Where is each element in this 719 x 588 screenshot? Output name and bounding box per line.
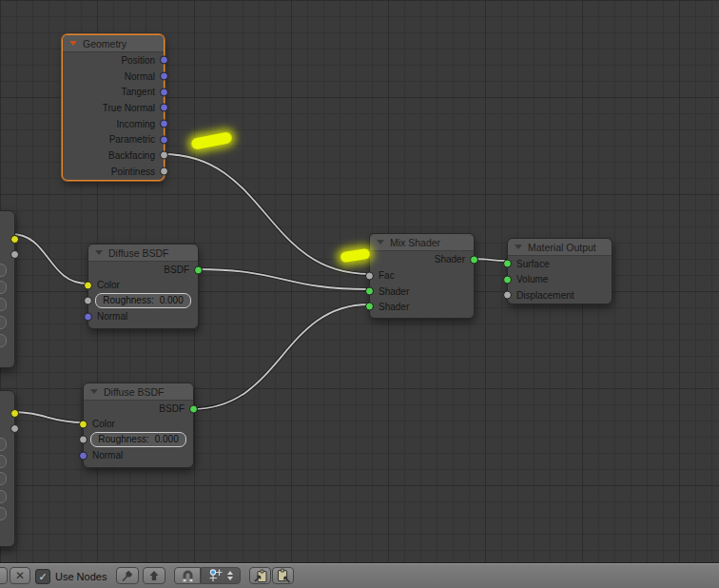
input-row: Volume (508, 272, 612, 288)
roughness-slider[interactable]: Roughness: 0.000 (95, 293, 191, 308)
input-socket[interactable] (365, 287, 374, 296)
output-socket[interactable] (10, 424, 19, 433)
output-row: Normal (63, 69, 164, 85)
node-header[interactable]: Material Output (508, 239, 612, 256)
node-title: Mix Shader (390, 237, 440, 248)
output-row: Parametric (63, 131, 164, 147)
value-slider[interactable] (0, 438, 7, 451)
output-socket[interactable] (189, 404, 198, 413)
snap-target-dropdown[interactable] (201, 567, 241, 584)
go-to-parent-button[interactable] (143, 567, 165, 584)
node-editor: Geometry Position Normal Tangent True No… (0, 0, 719, 588)
node-title: Material Output (528, 242, 596, 253)
input-socket[interactable] (84, 296, 92, 304)
collapse-arrow-icon[interactable] (95, 250, 103, 255)
input-socket[interactable] (84, 281, 92, 289)
output-socket[interactable] (10, 235, 19, 244)
output-socket[interactable] (160, 135, 168, 144)
node-header[interactable]: Mix Shader (370, 234, 474, 251)
node-title: Geometry (83, 38, 126, 49)
value-slider[interactable] (0, 298, 7, 311)
wire-bsdf2-to-shader2[interactable] (192, 304, 369, 409)
input-socket[interactable] (365, 303, 374, 311)
output-row: Backfacing (63, 147, 164, 164)
output-socket[interactable] (160, 151, 168, 160)
collapse-arrow-icon[interactable] (515, 245, 522, 249)
input-socket[interactable] (84, 312, 92, 321)
node-socket-icon (208, 568, 223, 583)
value-slider[interactable] (0, 472, 7, 485)
slider-row: Roughness: 0.000 (84, 431, 193, 447)
clipboard-paste-icon (276, 568, 291, 583)
offscreen-node-2[interactable] (0, 390, 15, 547)
input-row: Color (84, 417, 193, 431)
highlight-mark (190, 131, 232, 150)
output-socket[interactable] (160, 88, 168, 96)
wire-offscreen2-to-diffuse2-color[interactable] (11, 412, 83, 422)
output-socket[interactable] (160, 72, 168, 81)
input-row: Fac (370, 268, 474, 284)
wire-offscreen1-to-diffuse1-color[interactable] (11, 234, 87, 284)
node-title: Diffuse BSDF (104, 386, 164, 398)
node-geometry[interactable]: Geometry Position Normal Tangent True No… (62, 34, 165, 181)
value-slider[interactable] (0, 490, 7, 503)
input-socket[interactable] (503, 291, 512, 300)
copy-to-clipboard-button[interactable] (249, 567, 271, 584)
output-socket[interactable] (160, 104, 168, 112)
value-slider[interactable] (0, 334, 7, 347)
input-socket[interactable] (503, 275, 512, 284)
output-socket[interactable] (160, 56, 168, 65)
output-socket[interactable] (194, 265, 203, 274)
input-socket[interactable] (365, 271, 374, 280)
clipboard-copy-icon (253, 568, 268, 583)
check-icon: ✓ (38, 572, 47, 582)
unlink-button[interactable]: ✕ (10, 567, 30, 584)
node-diffuse-bsdf-2[interactable]: Diffuse BSDF BSDF Color Roughness: 0.000… (83, 382, 194, 468)
input-socket[interactable] (79, 420, 87, 428)
node-header[interactable]: Diffuse BSDF (88, 245, 198, 262)
use-nodes-checkbox[interactable]: ✓ (35, 569, 50, 584)
collapse-arrow-icon[interactable] (90, 389, 98, 394)
output-socket[interactable] (470, 255, 478, 264)
paste-from-clipboard-button[interactable] (272, 567, 294, 584)
pin-button[interactable] (116, 567, 139, 584)
roughness-slider[interactable]: Roughness: 0.000 (90, 432, 186, 447)
value-slider[interactable] (0, 316, 7, 329)
collapse-arrow-icon[interactable] (69, 41, 77, 46)
input-row: Normal (88, 308, 198, 324)
value-slider[interactable] (0, 507, 7, 520)
close-icon: ✕ (15, 570, 25, 581)
dropdown-arrows-icon (227, 571, 233, 580)
slider-row: Roughness: 0.000 (88, 292, 198, 308)
output-socket[interactable] (10, 409, 19, 418)
offscreen-node-1[interactable] (0, 210, 15, 368)
output-socket[interactable] (160, 120, 168, 128)
output-socket[interactable] (10, 250, 19, 259)
input-socket[interactable] (79, 435, 87, 443)
value-slider[interactable] (0, 264, 7, 277)
input-row: Surface (508, 256, 612, 272)
node-header[interactable]: Geometry (63, 35, 164, 52)
node-header[interactable]: Diffuse BSDF (84, 383, 193, 401)
output-row: Tangent (63, 84, 164, 100)
up-arrow-icon (146, 568, 162, 583)
snap-toggle-button[interactable] (174, 567, 201, 584)
output-row: Incoming (63, 116, 164, 132)
input-socket[interactable] (503, 260, 512, 268)
magnet-icon (180, 568, 196, 584)
datablock-field-fragment[interactable] (0, 567, 8, 584)
value-slider[interactable] (0, 455, 7, 468)
node-editor-header-bar: ✕ ✓ Use Nodes (0, 563, 719, 588)
output-row: Position (63, 52, 164, 69)
node-mix-shader[interactable]: Mix Shader Shader Fac Shader Shader (369, 233, 475, 319)
node-title: Diffuse BSDF (108, 247, 168, 259)
value-slider[interactable] (0, 281, 7, 294)
input-row: Displacement (508, 287, 612, 304)
node-diffuse-bsdf-1[interactable]: Diffuse BSDF BSDF Color Roughness: 0.000… (87, 244, 199, 329)
node-material-output[interactable]: Material Output Surface Volume Displacem… (507, 238, 612, 304)
wire-bsdf1-to-shader1[interactable] (197, 269, 369, 289)
highlight-mark (340, 248, 370, 264)
output-socket[interactable] (160, 167, 168, 176)
input-socket[interactable] (79, 451, 87, 460)
collapse-arrow-icon[interactable] (377, 240, 384, 245)
